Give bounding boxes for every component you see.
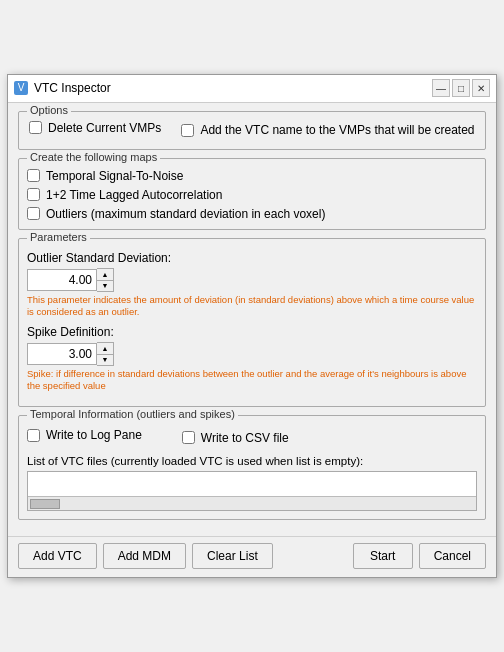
add-vtc-name-label: Add the VTC name to the VMPs that will b… <box>200 123 474 137</box>
create-maps-title: Create the following maps <box>27 151 160 163</box>
window-icon: V <box>14 81 28 95</box>
vtc-hscrollbar[interactable] <box>28 496 476 510</box>
maximize-button[interactable]: □ <box>452 79 470 97</box>
main-window: V VTC Inspector — □ ✕ Options Delete Cur… <box>7 74 497 578</box>
options-group-title: Options <box>27 104 71 116</box>
outlier-std-input[interactable] <box>27 269 97 291</box>
time-lagged-row: 1+2 Time Lagged Autocorrelation <box>27 188 477 202</box>
time-lagged-checkbox[interactable] <box>27 188 40 201</box>
options-group: Options Delete Current VMPs Add the VTC … <box>18 111 486 150</box>
cancel-button[interactable]: Cancel <box>419 543 486 569</box>
start-button[interactable]: Start <box>353 543 413 569</box>
write-log-label: Write to Log Pane <box>46 428 142 442</box>
delete-vmps-row: Delete Current VMPs <box>29 121 161 135</box>
spike-def-spinbox: ▲ ▼ <box>27 342 477 366</box>
spike-def-up[interactable]: ▲ <box>97 343 113 354</box>
spike-def-label: Spike Definition: <box>27 325 477 339</box>
temporal-group: Temporal Information (outliers and spike… <box>18 415 486 520</box>
create-maps-group: Create the following maps Temporal Signa… <box>18 158 486 230</box>
outlier-std-label: Outlier Standard Deviation: <box>27 251 477 265</box>
parameters-title: Parameters <box>27 231 90 243</box>
spacer <box>279 543 347 569</box>
spike-hint: Spike: if difference in standard deviati… <box>27 368 477 393</box>
spike-def-spinner: ▲ ▼ <box>97 342 114 366</box>
add-vtc-button[interactable]: Add VTC <box>18 543 97 569</box>
close-button[interactable]: ✕ <box>472 79 490 97</box>
write-csv-label: Write to CSV file <box>201 431 289 445</box>
temporal-group-title: Temporal Information (outliers and spike… <box>27 408 238 420</box>
delete-vmps-checkbox[interactable] <box>29 121 42 134</box>
vtc-list-area[interactable] <box>27 471 477 511</box>
spike-def-input[interactable] <box>27 343 97 365</box>
delete-vmps-label: Delete Current VMPs <box>48 121 161 135</box>
outlier-std-down[interactable]: ▼ <box>97 280 113 291</box>
outlier-std-spinbox: ▲ ▼ <box>27 268 477 292</box>
temporal-snr-label: Temporal Signal-To-Noise <box>46 169 183 183</box>
temporal-snr-row: Temporal Signal-To-Noise <box>27 169 477 183</box>
vtc-scrollbar <box>28 472 476 510</box>
outlier-hint: This parameter indicates the amount of d… <box>27 294 477 319</box>
content-area: Options Delete Current VMPs Add the VTC … <box>8 103 496 536</box>
write-csv-row: Write to CSV file <box>182 428 289 447</box>
minimize-button[interactable]: — <box>432 79 450 97</box>
titlebar-buttons: — □ ✕ <box>432 79 490 97</box>
bottom-buttons-bar: Add VTC Add MDM Clear List Start Cancel <box>8 536 496 577</box>
add-vtc-name-checkbox[interactable] <box>181 124 194 137</box>
outlier-std-spinner: ▲ ▼ <box>97 268 114 292</box>
vtc-list-label: List of VTC files (currently loaded VTC … <box>27 455 477 467</box>
options-row: Delete Current VMPs Add the VTC name to … <box>27 117 477 144</box>
parameters-group: Parameters Outlier Standard Deviation: ▲… <box>18 238 486 407</box>
write-log-checkbox[interactable] <box>27 429 40 442</box>
outliers-row: Outliers (maximum standard deviation in … <box>27 207 477 221</box>
window-title: VTC Inspector <box>34 81 432 95</box>
titlebar: V VTC Inspector — □ ✕ <box>8 75 496 103</box>
add-vtc-name-row: Add the VTC name to the VMPs that will b… <box>181 123 474 137</box>
add-mdm-button[interactable]: Add MDM <box>103 543 186 569</box>
temporal-snr-checkbox[interactable] <box>27 169 40 182</box>
clear-list-button[interactable]: Clear List <box>192 543 273 569</box>
write-csv-checkbox[interactable] <box>182 431 195 444</box>
outliers-checkbox[interactable] <box>27 207 40 220</box>
vtc-scroll-thumb[interactable] <box>30 499 60 509</box>
time-lagged-label: 1+2 Time Lagged Autocorrelation <box>46 188 222 202</box>
outliers-label: Outliers (maximum standard deviation in … <box>46 207 325 221</box>
outlier-std-up[interactable]: ▲ <box>97 269 113 280</box>
spike-def-down[interactable]: ▼ <box>97 354 113 365</box>
write-log-row: Write to Log Pane <box>27 428 142 442</box>
